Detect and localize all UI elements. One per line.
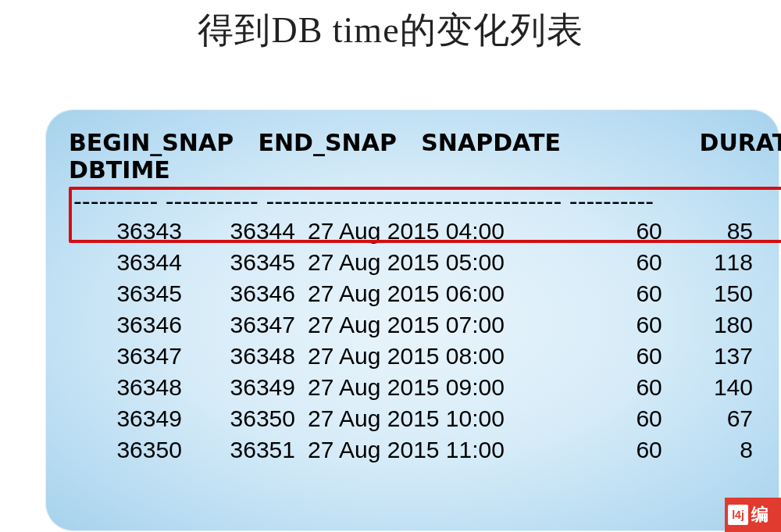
cell-duration-mins: 60 <box>557 247 670 278</box>
cell-begin-snap: 36349 <box>69 403 190 434</box>
cell-snapdate: 27 Aug 2015 11:00 <box>303 434 557 466</box>
data-rows-container: 363433634427 Aug 2015 04:006085363443634… <box>69 216 756 466</box>
cell-duration-mins: 60 <box>557 278 670 309</box>
cell-dbtime: 8 <box>670 434 756 466</box>
cell-duration-mins: 60 <box>557 309 670 341</box>
page-title: 得到DB time的变化列表 <box>0 6 781 55</box>
cell-begin-snap: 36346 <box>69 309 190 341</box>
cell-snapdate: 27 Aug 2015 08:00 <box>303 341 557 372</box>
cell-begin-snap: 36344 <box>69 247 190 278</box>
cell-end-snap: 36345 <box>190 247 303 278</box>
table-row: 363483634927 Aug 2015 09:0060140 <box>69 372 756 403</box>
table-row: 363473634827 Aug 2015 08:0060137 <box>69 341 756 372</box>
cell-duration-mins: 60 <box>557 372 670 403</box>
cell-snapdate: 27 Aug 2015 09:00 <box>303 372 557 403</box>
table-row: 363503635127 Aug 2015 11:00608 <box>69 434 756 466</box>
brand-badge: l4j <box>728 505 748 525</box>
cell-duration-mins: 60 <box>557 403 670 434</box>
column-header-line2: DBTIME <box>69 157 756 184</box>
cell-begin-snap: 36348 <box>69 372 190 403</box>
cell-end-snap: 36347 <box>190 309 303 341</box>
table-row: 363453634627 Aug 2015 06:0060150 <box>69 278 756 309</box>
cell-dbtime: 140 <box>670 372 756 403</box>
cell-duration-mins: 60 <box>557 341 670 372</box>
cell-dbtime: 150 <box>670 278 756 309</box>
report-panel: BEGIN_SNAP END_SNAP SNAPDATE DURATION_MI… <box>45 109 779 531</box>
column-header-line1: BEGIN_SNAP END_SNAP SNAPDATE DURATION_MI… <box>69 130 756 157</box>
cell-end-snap: 36348 <box>190 341 303 372</box>
cell-snapdate: 27 Aug 2015 06:00 <box>303 278 557 309</box>
cell-snapdate: 27 Aug 2015 07:00 <box>303 309 557 341</box>
highlight-box <box>69 187 781 243</box>
cell-dbtime: 67 <box>670 403 756 434</box>
cell-snapdate: 27 Aug 2015 05:00 <box>303 247 557 278</box>
cell-end-snap: 36346 <box>190 278 303 309</box>
cell-dbtime: 118 <box>670 247 756 278</box>
cell-dbtime: 137 <box>670 341 756 372</box>
cell-end-snap: 36349 <box>190 372 303 403</box>
table-row: 363493635027 Aug 2015 10:006067 <box>69 403 756 434</box>
cell-begin-snap: 36345 <box>69 278 190 309</box>
table-row: 363463634727 Aug 2015 07:0060180 <box>69 309 756 341</box>
brand-logo: l4j 编 <box>725 498 781 532</box>
cell-end-snap: 36351 <box>190 434 303 466</box>
cell-end-snap: 36350 <box>190 403 303 434</box>
cell-dbtime: 180 <box>670 309 756 341</box>
table-row: 363443634527 Aug 2015 05:0060118 <box>69 247 756 278</box>
brand-text: 编 <box>751 503 769 527</box>
cell-begin-snap: 36350 <box>69 434 190 466</box>
cell-duration-mins: 60 <box>557 434 670 466</box>
table-block: ---------- ----------- -----------------… <box>69 188 756 466</box>
cell-begin-snap: 36347 <box>69 341 190 372</box>
cell-snapdate: 27 Aug 2015 10:00 <box>303 403 557 434</box>
